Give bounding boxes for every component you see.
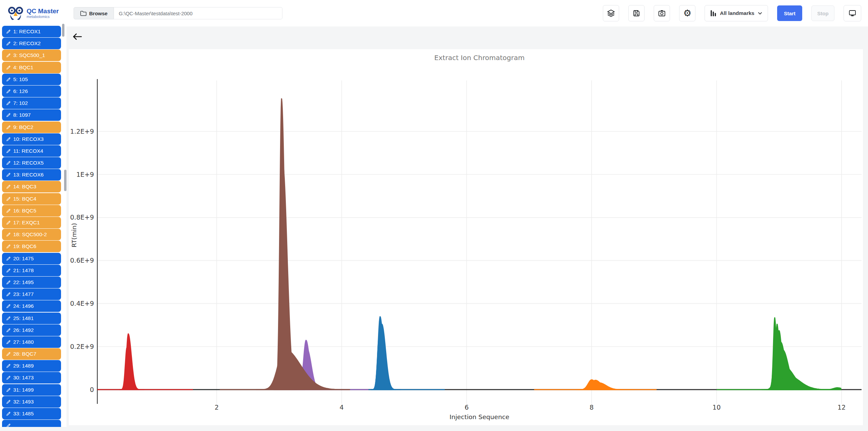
x-tick-label: 6: [465, 404, 469, 411]
pencil-icon: [6, 41, 11, 46]
sidebar-item-20[interactable]: 20: 1475: [2, 253, 61, 264]
sidebar-item-31[interactable]: 31: 1499: [2, 384, 61, 396]
y-tick-label: 0.4E+9: [70, 300, 94, 307]
x-tick-label: 12: [837, 404, 846, 411]
x-tick-label: 2: [215, 404, 219, 411]
chevron-down-icon: [758, 12, 762, 15]
pencil-icon: [6, 411, 11, 416]
camera-button[interactable]: [654, 5, 670, 21]
pencil-icon: [6, 244, 11, 249]
trace-red-peak: [120, 334, 144, 390]
sidebar-item-6[interactable]: 6: 126: [2, 86, 61, 97]
layers-button[interactable]: [603, 5, 619, 21]
sidebar-item-29[interactable]: 29: 1489: [2, 360, 61, 372]
pencil-icon: [6, 220, 11, 225]
pencil-icon: [6, 125, 11, 130]
pencil-icon: [6, 184, 11, 189]
start-button[interactable]: Start: [777, 5, 802, 21]
trace-green-cluster-peak: [820, 388, 841, 390]
pencil-icon: [6, 89, 11, 94]
pencil-icon: [6, 232, 11, 237]
sidebar-item-14[interactable]: 14: BQC3: [2, 181, 61, 192]
sidebar-item-19[interactable]: 19: BQC6: [2, 241, 61, 252]
sidebar-scrollbar-thumb[interactable]: [62, 24, 64, 37]
sidebar-item-8[interactable]: 8: 1097: [2, 109, 61, 121]
sidebar-item-30[interactable]: 30: 1473: [2, 372, 61, 383]
sidebar-item-24[interactable]: 24: 1496: [2, 300, 61, 312]
sidebar-item-28[interactable]: 28: BQC7: [2, 348, 61, 360]
pencil-icon: [6, 137, 11, 142]
sidebar-item-34[interactable]: [2, 420, 61, 427]
app-logo: QC Master metabolomics: [0, 6, 66, 21]
sidebar-item-11[interactable]: 11: RECOX4: [2, 145, 61, 157]
pencil-icon: [6, 256, 11, 261]
page-scrollbar-thumb[interactable]: [64, 170, 66, 191]
sidebar-item-2[interactable]: 2: RECOX2: [2, 38, 61, 49]
save-icon: [632, 9, 640, 17]
sidebar-item-4[interactable]: 4: BQC1: [2, 62, 61, 73]
y-tick-label: 0.6E+9: [70, 257, 94, 264]
sidebar-item-23[interactable]: 23: 1477: [2, 288, 61, 300]
pencil-icon: [6, 65, 11, 70]
folder-icon: [80, 11, 86, 16]
x-tick-label: 10: [712, 404, 721, 411]
sidebar-item-22[interactable]: 22: 1495: [2, 277, 61, 288]
sidebar-item-21[interactable]: 21: 1478: [2, 265, 61, 276]
sidebar-item-18[interactable]: 18: SQC500-2: [2, 229, 61, 240]
y-tick-label: 0: [90, 386, 94, 393]
pencil-icon: [6, 161, 11, 165]
trace-brown-peak: [256, 349, 350, 390]
display-button[interactable]: [844, 5, 861, 21]
pencil-icon: [6, 292, 11, 297]
top-header: QC Master metabolomics Browse: [0, 0, 868, 26]
browse-label: Browse: [89, 11, 107, 16]
sidebar-item-32[interactable]: 32: 1493: [2, 396, 61, 408]
layers-icon: [607, 9, 615, 18]
sidebar-item-26[interactable]: 26: 1492: [2, 324, 61, 336]
sidebar-item-7[interactable]: 7: 102: [2, 97, 61, 109]
y-tick-label: 1.2E+9: [70, 128, 94, 135]
pencil-icon: [6, 399, 11, 404]
sidebar-item-10[interactable]: 10: RECOX3: [2, 133, 61, 145]
pencil-icon: [6, 340, 11, 344]
gear-icon: ⚙: [683, 9, 691, 18]
sidebar-item-3[interactable]: 3: SQC500_1: [2, 50, 61, 61]
x-tick-label: 8: [590, 404, 594, 411]
sidebar-item-25[interactable]: 25: 1481: [2, 313, 61, 324]
extract-ion-chromatogram-chart[interactable]: 2468101200.2E+90.4E+90.6E+90.8E+91E+91.2…: [69, 49, 863, 425]
pencil-icon: [6, 316, 11, 321]
sidebar-item-9[interactable]: 9: BQC2: [2, 121, 61, 133]
pencil-icon: [6, 304, 11, 308]
sidebar-item-33[interactable]: 33: 1485: [2, 408, 61, 419]
logo-title: QC Master: [26, 8, 59, 15]
settings-button[interactable]: ⚙: [679, 5, 695, 21]
pencil-icon: [6, 208, 11, 213]
save-button[interactable]: [628, 5, 645, 21]
sidebar-item-12[interactable]: 12: RECOX5: [2, 157, 61, 169]
pencil-icon: [6, 280, 11, 285]
y-tick-label: 1E+9: [76, 171, 94, 178]
display-icon: [848, 9, 856, 17]
sidebar-item-1[interactable]: 1: RECOX1: [2, 26, 61, 37]
pencil-icon: [6, 363, 11, 368]
back-button[interactable]: [71, 31, 83, 42]
pencil-icon: [6, 29, 11, 34]
sidebar-item-17[interactable]: 17: EXQC1: [2, 217, 61, 228]
pencil-icon: [6, 423, 11, 427]
chart-card: 2468101200.2E+90.4E+90.6E+90.8E+91E+91.2…: [69, 49, 863, 425]
landmarks-dropdown[interactable]: All landmarks: [705, 5, 768, 21]
sidebar-item-16[interactable]: 16: BQC5: [2, 205, 61, 217]
pencil-icon: [6, 328, 11, 333]
sidebar-item-5[interactable]: 5: 105: [2, 74, 61, 85]
pencil-icon: [6, 149, 11, 153]
pencil-icon: [6, 113, 11, 117]
stop-button[interactable]: Stop: [811, 5, 834, 21]
browse-button[interactable]: Browse: [74, 7, 114, 19]
sidebar-item-15[interactable]: 15: BQC4: [2, 193, 61, 205]
sidebar-item-13[interactable]: 13: RECOX6: [2, 169, 61, 181]
pencil-icon: [6, 388, 11, 392]
y-axis-label: RT(min): [71, 223, 78, 247]
pencil-icon: [6, 172, 11, 177]
sidebar-item-27[interactable]: 27: 1480: [2, 336, 61, 348]
path-input[interactable]: [114, 7, 282, 19]
